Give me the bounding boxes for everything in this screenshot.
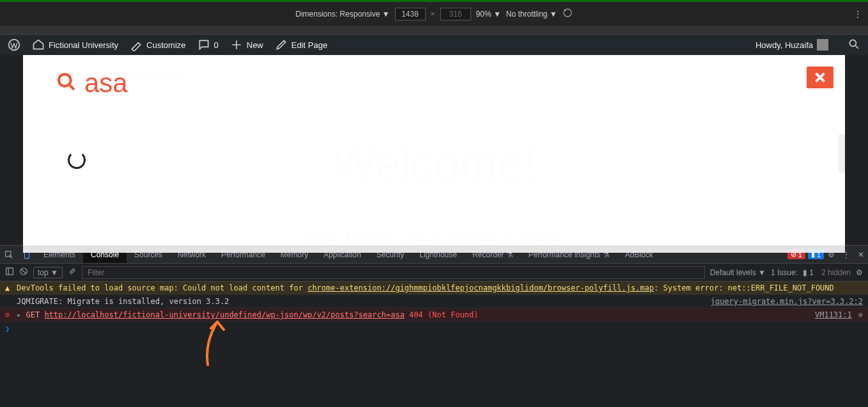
- comments-link[interactable]: 0: [198, 38, 219, 51]
- svg-point-3: [59, 74, 71, 86]
- close-icon[interactable]: ✕: [854, 250, 868, 259]
- zoom-dropdown[interactable]: 90% ▼: [476, 10, 501, 19]
- customize-label: Customize: [146, 40, 185, 50]
- issues-link[interactable]: 1 Issue: ▮ 1: [771, 268, 816, 277]
- expand-icon[interactable]: ⊕: [858, 310, 863, 319]
- console-toolbar: top ▼ Default levels ▼ 1 Issue: ▮ 1 2 hi…: [0, 264, 868, 282]
- log-source[interactable]: jquery-migrate.min.js?ver=3.3.2:2: [711, 297, 863, 306]
- device-toolbar: Dimensions: Responsive ▼ × 90% ▼ No thro…: [0, 0, 868, 26]
- console-error: ⊘ ▸ GET http://localhost/fictional-unive…: [0, 308, 868, 322]
- filter-input[interactable]: [82, 266, 705, 279]
- console-body: ▲ DevTools failed to load source map: Co…: [0, 282, 868, 407]
- search-overlay: [23, 55, 845, 253]
- warning-link[interactable]: chrome-extension://gighmmpiobklfepjocnam…: [307, 283, 654, 292]
- site-link[interactable]: Fictional University: [32, 38, 118, 51]
- inspect-icon[interactable]: [0, 250, 18, 259]
- warning-icon: ▲: [5, 283, 13, 292]
- dimensions-dropdown[interactable]: Dimensions: Responsive ▼: [295, 10, 389, 19]
- customize-link[interactable]: Customize: [130, 38, 185, 51]
- kebab-icon[interactable]: ⋮: [854, 10, 862, 19]
- new-label: New: [247, 40, 263, 50]
- page-viewport: Fictional University About Us Programs E…: [23, 55, 845, 253]
- console-prompt[interactable]: ❯: [0, 322, 868, 336]
- warning-message: DevTools failed to load source map: Coul…: [17, 283, 863, 292]
- howdy-label: Howdy, Huzaifa: [756, 40, 813, 50]
- search-row: asa: [56, 68, 128, 99]
- wp-logo-icon[interactable]: [8, 38, 20, 51]
- comments-count: 0: [214, 40, 219, 50]
- error-source[interactable]: VM1131:1: [815, 310, 852, 319]
- clear-console-icon[interactable]: [19, 267, 28, 278]
- height-input[interactable]: [440, 8, 471, 20]
- context-selector[interactable]: top ▼: [33, 267, 63, 278]
- site-name-label: Fictional University: [49, 40, 118, 50]
- sidebar-toggle-icon[interactable]: [5, 267, 14, 278]
- spinner-icon: [68, 151, 86, 169]
- console-warning: ▲ DevTools failed to load source map: Co…: [0, 282, 868, 295]
- throttling-dropdown[interactable]: No throttling ▼: [506, 10, 557, 19]
- svg-point-8: [71, 270, 74, 273]
- error-icon: ⊘: [5, 310, 13, 319]
- dimension-x: ×: [431, 10, 435, 19]
- hidden-count: 2 hidden: [821, 268, 851, 277]
- howdy-link[interactable]: Howdy, Huzaifa: [756, 39, 828, 51]
- search-icon: [56, 72, 77, 95]
- width-input[interactable]: [395, 8, 426, 20]
- live-expr-icon[interactable]: [68, 267, 77, 278]
- log-message: JQMIGRATE: Migrate is installed, version…: [17, 297, 707, 306]
- svg-rect-6: [6, 268, 13, 275]
- levels-dropdown[interactable]: Default levels ▼: [710, 268, 766, 277]
- rotate-icon[interactable]: [562, 8, 573, 20]
- svg-point-2: [849, 40, 856, 46]
- error-url[interactable]: http://localhost/fictional-university/un…: [44, 310, 405, 319]
- console-log: JQMIGRATE: Migrate is installed, version…: [0, 295, 868, 308]
- devtools-panel: Elements Console Sources Network Perform…: [0, 245, 868, 407]
- error-message: ▸ GET http://localhost/fictional-univers…: [17, 310, 811, 319]
- search-icon[interactable]: [848, 38, 860, 52]
- settings-icon[interactable]: ⚙: [856, 268, 863, 277]
- edit-page-link[interactable]: Edit Page: [275, 38, 327, 51]
- close-button[interactable]: [807, 67, 833, 88]
- search-input[interactable]: asa: [84, 68, 128, 99]
- new-link[interactable]: New: [230, 38, 263, 51]
- avatar: [817, 39, 828, 51]
- edit-page-label: Edit Page: [291, 40, 327, 50]
- ruler: [0, 26, 868, 35]
- wp-admin-bar: Fictional University Customize 0 New Edi…: [0, 35, 868, 55]
